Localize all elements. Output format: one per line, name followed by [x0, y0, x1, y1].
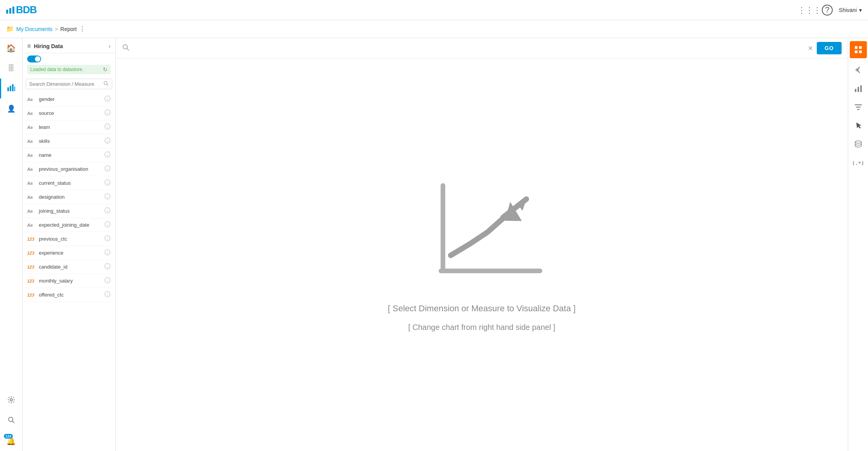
main-search-icon [122, 43, 130, 53]
svg-text:i: i [107, 139, 108, 143]
svg-rect-47 [855, 50, 858, 53]
svg-text:i: i [107, 265, 108, 269]
dim-info-icon[interactable]: i [104, 123, 111, 131]
user-name: Shivani [839, 7, 857, 13]
dimension-list-item[interactable]: 123 previous_ctc i [23, 232, 115, 246]
dim-info-icon[interactable]: i [104, 263, 111, 271]
breadcrumb-parent[interactable]: My Documents [16, 26, 52, 32]
dim-name: monthly_salary [39, 278, 101, 284]
main-content: ✕ GO [ Select Dimension or Measure to Vi… [116, 38, 848, 451]
top-navbar: BDB ⋮⋮⋮ ? Shivani ▾ [0, 0, 868, 20]
toggle-dot [35, 56, 40, 62]
svg-point-5 [9, 417, 13, 422]
settings-icon [7, 395, 16, 406]
svg-text:i: i [107, 223, 108, 227]
go-button[interactable]: GO [817, 42, 842, 54]
sidebar-item-chart[interactable] [0, 78, 22, 99]
right-panel-back-icon[interactable] [850, 61, 867, 78]
dimension-list-item[interactable]: Aa team i [23, 120, 115, 134]
dim-name: candidate_id [39, 264, 101, 270]
breadcrumb-current: Report [61, 26, 77, 32]
dim-info-icon[interactable]: i [104, 207, 111, 215]
dim-name: name [39, 152, 101, 158]
search-box-icon [103, 81, 109, 87]
dim-name: skills [39, 138, 101, 144]
svg-rect-52 [858, 87, 859, 92]
dimension-list-item[interactable]: Aa expected_joining_date i [23, 218, 115, 232]
main-search-input[interactable] [134, 45, 804, 51]
dimension-search-input[interactable] [29, 81, 101, 87]
right-panel-orange-icon[interactable] [850, 41, 867, 58]
grid-menu-icon[interactable]: ⋮⋮⋮ [803, 4, 816, 16]
dimension-list-item[interactable]: 123 monthly_salary i [23, 274, 115, 288]
breadcrumb-separator: > [55, 26, 58, 32]
data-panel-close-icon[interactable]: ‹ [109, 43, 111, 50]
right-panel-bar-chart-icon[interactable] [850, 80, 867, 97]
dim-info-icon[interactable]: i [104, 165, 111, 173]
dim-type-badge: Aa [27, 111, 36, 116]
user-menu[interactable]: Shivani ▾ [839, 7, 862, 13]
sidebar-item-settings[interactable] [6, 390, 16, 411]
svg-text:i: i [107, 279, 108, 283]
dim-type-badge: Aa [27, 209, 36, 213]
sidebar-item-user[interactable]: 👤 [0, 99, 22, 119]
svg-rect-53 [860, 85, 862, 92]
svg-rect-2 [12, 84, 14, 91]
dim-info-icon[interactable]: i [104, 249, 111, 257]
dimension-list-item[interactable]: Aa skills i [23, 134, 115, 148]
dimension-list-item[interactable]: Aa source i [23, 106, 115, 120]
right-panel-regex-icon[interactable]: (.*) [850, 154, 867, 172]
chart-hint-sub: [ Change chart from right hand side pane… [408, 323, 555, 332]
sidebar-bottom: 🔔 124 [6, 235, 16, 451]
sidebar-item-bell[interactable]: 🔔 124 [6, 431, 16, 451]
sidebar-item-home[interactable]: 🏠 [0, 38, 22, 58]
right-panel-stack-icon[interactable] [850, 136, 867, 153]
dim-type-badge: 123 [27, 265, 36, 269]
dim-info-icon[interactable]: i [104, 137, 111, 145]
sidebar-item-database[interactable]: 🗄 [0, 58, 22, 78]
svg-point-54 [855, 141, 861, 143]
dim-info-icon[interactable]: i [104, 221, 111, 229]
dim-info-icon[interactable]: i [104, 179, 111, 187]
breadcrumb-folder-icon: 📁 [6, 25, 14, 33]
dim-type-badge: 123 [27, 279, 36, 283]
svg-rect-51 [855, 89, 856, 92]
svg-line-6 [12, 421, 14, 423]
dim-info-icon[interactable]: i [104, 291, 111, 298]
right-panel-pointer-icon[interactable] [850, 117, 867, 134]
search-clear-icon[interactable]: ✕ [808, 45, 813, 52]
dimension-list-item[interactable]: 123 experience i [23, 246, 115, 260]
right-panel-filter-icon[interactable] [850, 99, 867, 116]
dimension-list-item[interactable]: 123 offered_ctc i [23, 288, 115, 302]
dim-name: gender [39, 96, 101, 102]
svg-text:i: i [107, 293, 108, 297]
dim-info-icon[interactable]: i [104, 151, 111, 159]
dimension-list-item[interactable]: Aa gender i [23, 92, 115, 106]
sidebar-item-search[interactable] [6, 411, 16, 431]
dim-name: previous_ctc [39, 236, 101, 242]
dim-info-icon[interactable]: i [104, 193, 111, 201]
help-icon[interactable]: ? [822, 5, 833, 16]
chart-placeholder-area: [ Select Dimension or Measure to Visuali… [116, 59, 848, 451]
dimension-list-item[interactable]: Aa designation i [23, 190, 115, 204]
refresh-icon[interactable]: ↻ [103, 66, 108, 73]
breadcrumb-more-icon[interactable]: ⋮ [79, 25, 85, 33]
dimension-list-item[interactable]: 123 candidate_id i [23, 260, 115, 274]
dimension-search-box[interactable] [26, 79, 112, 89]
svg-text:i: i [107, 237, 108, 241]
dim-info-icon[interactable]: i [104, 277, 111, 284]
dimension-list-item[interactable]: Aa joining_status i [23, 204, 115, 218]
dimension-list-item[interactable]: Aa previous_organisation i [23, 162, 115, 176]
dim-info-icon[interactable]: i [104, 95, 111, 103]
dimension-list-item[interactable]: Aa name i [23, 148, 115, 162]
svg-text:i: i [107, 251, 108, 255]
logo-text: BDB [16, 4, 36, 16]
dim-name: source [39, 110, 101, 116]
dim-type-badge: 123 [27, 293, 36, 297]
data-toggle[interactable] [27, 56, 41, 62]
dim-info-icon[interactable]: i [104, 109, 111, 117]
user-icon: 👤 [7, 104, 16, 113]
dim-info-icon[interactable]: i [104, 235, 111, 243]
dim-name: team [39, 124, 101, 130]
dimension-list-item[interactable]: Aa current_status i [23, 176, 115, 190]
